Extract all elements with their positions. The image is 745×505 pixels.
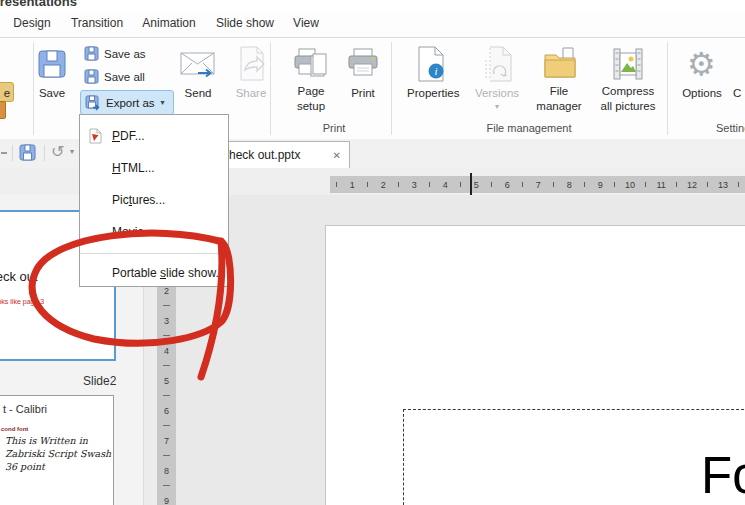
share-button: Share [229, 44, 273, 122]
share-icon [237, 46, 267, 86]
ruler-cell: 12 [671, 176, 702, 193]
ruler-cell: 13 [702, 176, 733, 193]
save-all-label: Save all [104, 71, 145, 83]
send-label: Send [177, 87, 219, 99]
file-management-group-label: File management [400, 122, 658, 134]
print-icon [347, 48, 379, 84]
quick-save-button[interactable] [19, 144, 36, 165]
ruler-cell: 3 [157, 311, 176, 341]
ruler-cell: 7 [157, 431, 176, 461]
svg-text:i: i [434, 65, 437, 77]
ruler-cell: 6 [485, 176, 516, 193]
workspace: Fo [176, 195, 745, 505]
menu-item-label: Portable slide show... [112, 266, 225, 280]
slide1-title: check out [0, 269, 38, 284]
toolbar-separator [12, 145, 13, 161]
menu-item-label: Pictures... [112, 193, 165, 207]
toolbar-separator [44, 145, 45, 161]
save-label: Save [32, 87, 72, 99]
undo-chevron-down-icon[interactable]: ▾ [70, 147, 74, 156]
ruler-cell: 9 [578, 176, 609, 193]
undo-button[interactable]: ↺ [51, 142, 64, 161]
export-as-label: Export as [106, 97, 155, 109]
menu-item-html[interactable]: HTML... [80, 152, 228, 184]
versions-icon [483, 46, 513, 86]
ruler-cell: 6 [157, 401, 176, 431]
slide-thumbnail-2[interactable]: t - Calibri cond font This is Written in… [0, 395, 114, 505]
ruler-cell: 5 [157, 371, 176, 401]
settings-group-label: Settings [716, 122, 745, 134]
ruler-cell: 7 [516, 176, 547, 193]
ruler-cell: 11 [640, 176, 671, 193]
file-manager-label1: File [534, 85, 584, 97]
slide2-label: Slide2 [83, 374, 116, 388]
ruler-margin-marker [470, 173, 472, 196]
options-button[interactable]: ⚙ Options [680, 44, 724, 122]
document-tab[interactable]: check out.pptx ✕ [210, 141, 350, 168]
slide2-script-text: This is Written in Zabriski Script Swash… [5, 434, 111, 473]
print-group-label: Print [274, 122, 394, 134]
share-label: Share [229, 87, 273, 99]
menu-item-pdf[interactable]: PDF... [80, 120, 228, 152]
menu-slideshow[interactable]: Slide show [210, 10, 280, 36]
ruler-cell: 8 [157, 461, 176, 491]
menu-item-movie[interactable]: Movie... [80, 216, 228, 248]
send-icon [180, 52, 216, 84]
properties-button[interactable]: i Properties [407, 44, 455, 122]
tab-close-icon[interactable]: ✕ [333, 150, 341, 161]
properties-icon: i [416, 46, 446, 86]
compress-pictures-label1: Compress [597, 85, 659, 97]
text-placeholder[interactable] [403, 409, 745, 505]
ruler-cell: 9 [157, 491, 176, 505]
save-as-label: Save as [104, 48, 146, 60]
compress-pictures-label2: all pictures [597, 100, 659, 112]
save-all-icon [84, 69, 99, 84]
file-manager-icon [543, 46, 577, 84]
save-all-button[interactable]: Save all [84, 69, 145, 84]
page-setup-label2: setup [288, 100, 334, 112]
menu-animation[interactable]: Animation [134, 10, 204, 36]
partial-button-label[interactable]: e [0, 87, 14, 99]
group-separator [391, 42, 392, 135]
pdf-icon [88, 128, 103, 144]
ruler-cell: 4 [157, 341, 176, 371]
slide1-note: looks like page 3 [0, 298, 44, 305]
close-x-icon: ✕ [0, 101, 6, 119]
slide2-subtitle: cond font [1, 426, 28, 432]
print-label: Print [342, 87, 384, 99]
slide-big-text: Fo [701, 446, 745, 505]
save-button[interactable]: Save [32, 44, 72, 122]
gear-icon: ⚙ [687, 44, 716, 84]
ruler-cell: 1 [330, 176, 361, 193]
menu-bar: Design Transition Animation Slide show V… [0, 10, 745, 38]
page-setup-label1: Page [288, 85, 334, 97]
export-as-icon [85, 95, 101, 111]
menu-view[interactable]: View [286, 10, 326, 36]
quick-save-icon [19, 144, 36, 161]
chevron-down-icon: ▾ [472, 102, 522, 111]
slide-canvas[interactable]: Fo [325, 225, 745, 505]
send-button[interactable]: Send [177, 44, 219, 122]
cut-right-button-label[interactable]: C [733, 87, 745, 99]
save-icon [36, 48, 68, 84]
ruler-cell: 2 [361, 176, 392, 193]
export-as-button[interactable]: Export as ▾ [80, 90, 174, 115]
slide2-title: t - Calibri [3, 403, 47, 415]
print-button[interactable]: Print [342, 44, 384, 122]
save-as-button[interactable]: Save as [84, 46, 146, 61]
group-separator [667, 42, 668, 135]
menu-item-label: PDF... [112, 129, 145, 143]
menu-item-pictures[interactable]: Pictures... [80, 184, 228, 216]
save-as-icon [84, 46, 99, 61]
chevron-down-icon: ▾ [161, 98, 165, 107]
ruler-cell: 8 [547, 176, 578, 193]
menu-design[interactable]: Design [6, 10, 58, 36]
menu-item-label: Movie... [112, 225, 154, 239]
options-label: Options [680, 87, 724, 99]
menu-item-portable-slide-show[interactable]: Portable slide show... [80, 254, 228, 291]
menu-transition[interactable]: Transition [62, 10, 132, 36]
group-separator [270, 42, 271, 135]
ruler-cell: 4 [423, 176, 454, 193]
properties-label: Properties [407, 87, 455, 99]
versions-label: Versions [472, 87, 522, 99]
